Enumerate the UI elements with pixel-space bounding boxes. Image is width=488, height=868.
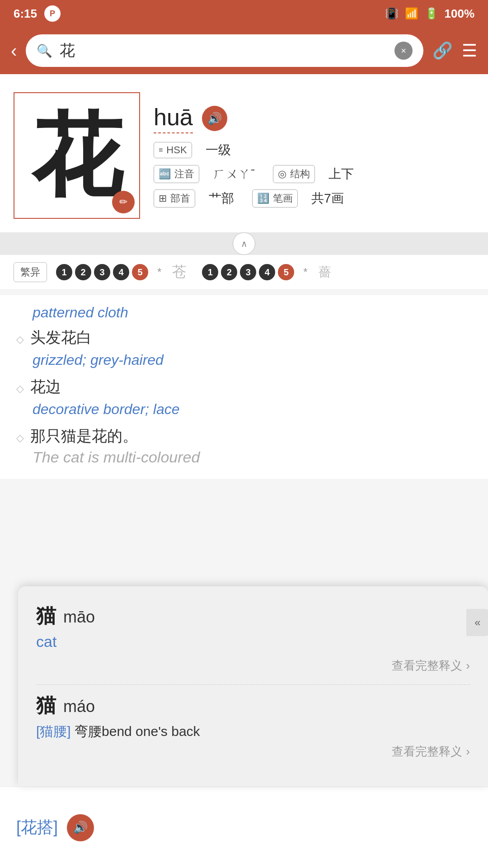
popup-pinyin-2: máo <box>63 697 95 716</box>
stroke-num-4[interactable]: 4 <box>113 264 129 280</box>
english-sentence-partial: The cat is multi-coloured <box>33 448 472 466</box>
radical-label: 部首 <box>170 192 190 205</box>
link-button[interactable]: 🔗 <box>432 41 453 60</box>
structure-label: 结构 <box>290 167 310 181</box>
bottom-bar: [花搭] 🔊 <box>0 787 488 868</box>
pinyin-text: huā <box>154 104 193 133</box>
character-box: 花 ✏ <box>14 92 140 219</box>
definition-patterned: patterned cloth <box>16 304 472 321</box>
stroke-num-5[interactable]: 5 <box>132 264 148 280</box>
back-button[interactable]: ‹ <box>11 41 17 61</box>
english-border: decorative border; lace <box>33 399 472 420</box>
definition-border: ◇ 花边 decorative border; lace <box>16 377 472 420</box>
popup-meaning-1: cat <box>36 633 470 651</box>
stroke-num-2[interactable]: 2 <box>75 264 91 280</box>
popup-title-row-2: 猫 máo <box>36 692 470 719</box>
variant-row: 繁异 1 2 3 4 5 * 苍 1 2 3 4 5 * 薔 <box>0 255 488 290</box>
popup-compound-bracket: [猫腰] <box>36 724 71 739</box>
asterisk-1: * <box>157 266 161 278</box>
vibrate-icon: 📳 <box>385 7 399 20</box>
popup-link-2[interactable]: 查看完整释义 › <box>36 744 470 760</box>
header: ‹ 🔍 × 🔗 ☰ <box>0 27 488 74</box>
stroke-nums-2: 1 2 3 4 5 <box>202 264 294 280</box>
diamond-grizzled: ◇ <box>16 334 24 345</box>
patterned-cloth-label: patterned cloth <box>33 304 472 321</box>
grizzled-row: ◇ 头发花白 <box>16 327 472 348</box>
stroke-num-1[interactable]: 1 <box>56 264 72 280</box>
structure-value: 上下 <box>328 165 354 183</box>
sentence-row: ◇ 那只猫是花的。 <box>16 426 472 447</box>
popup-title-row-1: 猫 māo <box>36 603 470 629</box>
battery-icon: 🔋 <box>425 7 438 20</box>
strokes-label: 笔画 <box>273 192 293 205</box>
pronunciation-label: 注音 <box>174 167 194 181</box>
stroke-num-9[interactable]: 4 <box>259 264 275 280</box>
stroke-num-8[interactable]: 3 <box>240 264 256 280</box>
collapse-button[interactable]: ∧ <box>233 232 255 255</box>
structure-icon: ◎ <box>278 168 286 180</box>
strokes-icon: 🔢 <box>257 193 269 204</box>
popup-close-button[interactable]: « <box>466 609 488 636</box>
chinese-sentence[interactable]: 那只猫是花的。 <box>30 426 138 447</box>
chinese-border[interactable]: 花边 <box>30 377 61 397</box>
search-input[interactable] <box>60 42 387 60</box>
stroke-num-3[interactable]: 3 <box>94 264 110 280</box>
popup-link-1[interactable]: 查看完整释义 › <box>36 658 470 674</box>
wifi-icon: 📶 <box>405 7 418 20</box>
diamond-border: ◇ <box>16 383 24 395</box>
status-bar: 6:15 P 📳 📶 🔋 100% <box>0 0 488 27</box>
definitions-section: patterned cloth ◇ 头发花白 grizzled; grey-ha… <box>0 295 488 479</box>
speaker-icon: 🔊 <box>207 112 222 126</box>
popup-entry-1: 猫 māo cat 查看完整释义 › <box>36 603 470 674</box>
divider-arrow: ∧ <box>0 232 488 255</box>
chinese-grizzled[interactable]: 头发花白 <box>30 327 92 348</box>
bottom-sound-button[interactable]: 🔊 <box>67 814 94 841</box>
structure-tag: ◎ 结构 <box>273 165 315 183</box>
pronunciation-icon: 🔤 <box>159 168 171 180</box>
stroke-num-7[interactable]: 2 <box>221 264 237 280</box>
radical-value: 艹部 <box>209 190 234 207</box>
popup-link-text-2: 查看完整释义 <box>392 744 462 760</box>
radical-tag: ⊞ 部首 <box>154 189 195 208</box>
menu-button[interactable]: ☰ <box>462 42 477 59</box>
status-left: 6:15 P <box>14 5 61 22</box>
popup-char-1: 猫 <box>36 603 56 629</box>
hsk-row: ≡ HSK 一级 <box>154 142 474 159</box>
info-grid: ≡ HSK 一级 🔤 注音 ㄏㄨㄚˉ ◎ 结构 上下 ⊞ <box>154 142 474 208</box>
popup-divider <box>36 684 470 685</box>
variant-char-2: 薔 <box>319 264 331 281</box>
character-display: 花 <box>32 110 122 201</box>
pinyin-row: huā 🔊 <box>154 104 474 133</box>
status-right: 📳 📶 🔋 100% <box>385 7 475 21</box>
strokes-tag: 🔢 笔画 <box>252 189 298 208</box>
hsk-tag: ≡ HSK <box>154 142 192 158</box>
hsk-level: 一级 <box>206 142 231 159</box>
bottom-link[interactable]: [花搭] <box>16 816 58 839</box>
search-icon: 🔍 <box>37 43 52 58</box>
popup-entry-2: 猫 máo [猫腰] 弯腰bend one's back 查看完整释义 › <box>36 692 470 760</box>
radical-row: ⊞ 部首 艹部 🔢 笔画 共7画 <box>154 189 474 208</box>
hsk-label: HSK <box>166 144 187 156</box>
pronunciation-tag: 🔤 注音 <box>154 165 199 183</box>
stroke-num-6[interactable]: 1 <box>202 264 218 280</box>
pronunciation-value: ㄏㄨㄚˉ <box>213 165 255 183</box>
character-section: 花 ✏ huā 🔊 ≡ HSK 一级 🔤 注音 <box>0 74 488 232</box>
english-grizzled: grizzled; grey-haired <box>33 350 472 370</box>
sound-button[interactable]: 🔊 <box>202 106 227 131</box>
edit-button[interactable]: ✏ <box>112 191 135 213</box>
stroke-num-10[interactable]: 5 <box>278 264 294 280</box>
status-app-icon: P <box>44 5 61 22</box>
clear-button[interactable]: × <box>394 42 413 60</box>
border-row: ◇ 花边 <box>16 377 472 397</box>
hsk-icon: ≡ <box>159 146 163 154</box>
popup-link-text-1: 查看完整释义 <box>392 658 462 674</box>
edit-icon: ✏ <box>119 196 127 208</box>
diamond-sentence: ◇ <box>16 432 24 444</box>
variant-char-1: 苍 <box>172 262 187 282</box>
asterisk-2: * <box>303 266 307 278</box>
variant-label: 繁异 <box>14 262 47 282</box>
stroke-nums-1: 1 2 3 4 5 <box>56 264 148 280</box>
popup-pinyin-1: māo <box>63 608 95 627</box>
bottom-sound-icon: 🔊 <box>73 821 88 835</box>
radical-icon: ⊞ <box>159 193 167 204</box>
